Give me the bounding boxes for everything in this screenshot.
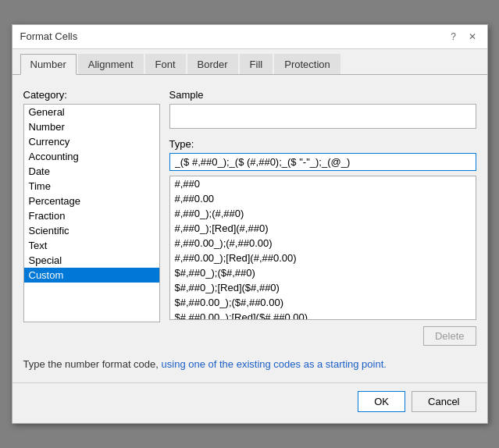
category-list[interactable]: General Number Currency Accounting Date … <box>23 104 160 322</box>
tab-font[interactable]: Font <box>145 54 186 74</box>
footer: OK Cancel <box>12 382 487 423</box>
list-item[interactable]: Accounting <box>24 149 159 164</box>
cancel-button[interactable]: Cancel <box>412 391 476 412</box>
list-item[interactable]: General <box>24 105 159 119</box>
hint-highlight: using one of the existing codes as a sta… <box>162 358 387 370</box>
help-button[interactable]: ? <box>447 30 461 44</box>
list-item[interactable]: Percentage <box>24 194 159 208</box>
list-item[interactable]: #,##0.00 <box>170 191 476 206</box>
list-item[interactable]: Text <box>24 238 159 253</box>
hint-text: Type the number format code, using one o… <box>23 357 476 372</box>
list-item[interactable]: #,##0_);(#,##0) <box>170 206 476 221</box>
list-item[interactable]: $#,##0_);[Red]($#,##0) <box>170 280 476 295</box>
list-item[interactable]: $#,##0_);($#,##0) <box>170 265 476 280</box>
list-item[interactable]: $#,##0.00_);[Red]($#,##0.00) <box>170 310 476 320</box>
tab-border[interactable]: Border <box>187 54 238 74</box>
list-item[interactable]: Time <box>24 179 159 194</box>
list-item[interactable]: #,##0.00_);(#,##0.00) <box>170 236 476 251</box>
category-label: Category: <box>23 89 160 101</box>
list-item[interactable]: Fraction <box>24 208 159 223</box>
list-item[interactable]: Special <box>24 253 159 268</box>
close-button[interactable]: ✕ <box>465 30 479 44</box>
list-item[interactable]: Scientific <box>24 223 159 238</box>
title-bar: Format Cells ? ✕ <box>12 25 487 49</box>
tab-alignment[interactable]: Alignment <box>78 54 144 74</box>
title-bar-buttons: ? ✕ <box>447 30 479 44</box>
list-item-custom[interactable]: Custom <box>24 268 159 283</box>
list-item[interactable]: Number <box>24 119 159 134</box>
format-cells-dialog: Format Cells ? ✕ Number Alignment Font B… <box>12 24 488 425</box>
tab-bar: Number Alignment Font Border Fill Protec… <box>12 49 487 75</box>
format-list-container[interactable]: #,##0 #,##0.00 #,##0_);(#,##0) #,##0_);[… <box>169 176 476 320</box>
main-area: Category: General Number Currency Accoun… <box>23 89 476 346</box>
sample-box <box>169 104 476 129</box>
left-panel: Category: General Number Currency Accoun… <box>23 89 160 346</box>
type-label: Type: <box>169 138 476 150</box>
list-item[interactable]: $#,##0.00_);($#,##0.00) <box>170 295 476 310</box>
list-item[interactable]: Currency <box>24 134 159 149</box>
type-input[interactable] <box>169 153 476 171</box>
list-item[interactable]: Date <box>24 164 159 179</box>
tab-content: Category: General Number Currency Accoun… <box>12 75 487 383</box>
list-item[interactable]: #,##0_);[Red](#,##0) <box>170 221 476 236</box>
right-panel: Sample Type: #,##0 #,##0.00 #,##0_);(#,#… <box>169 89 476 346</box>
tab-protection[interactable]: Protection <box>274 54 340 74</box>
dialog-title: Format Cells <box>20 30 78 42</box>
list-item[interactable]: #,##0 <box>170 176 476 191</box>
delete-button[interactable]: Delete <box>423 326 476 346</box>
delete-row: Delete <box>169 326 476 346</box>
sample-label: Sample <box>169 89 476 101</box>
ok-button[interactable]: OK <box>358 391 405 412</box>
format-list: #,##0 #,##0.00 #,##0_);(#,##0) #,##0_);[… <box>170 176 476 320</box>
list-item[interactable]: #,##0.00_);[Red](#,##0.00) <box>170 251 476 265</box>
tab-number[interactable]: Number <box>20 54 77 75</box>
tab-fill[interactable]: Fill <box>240 54 273 74</box>
